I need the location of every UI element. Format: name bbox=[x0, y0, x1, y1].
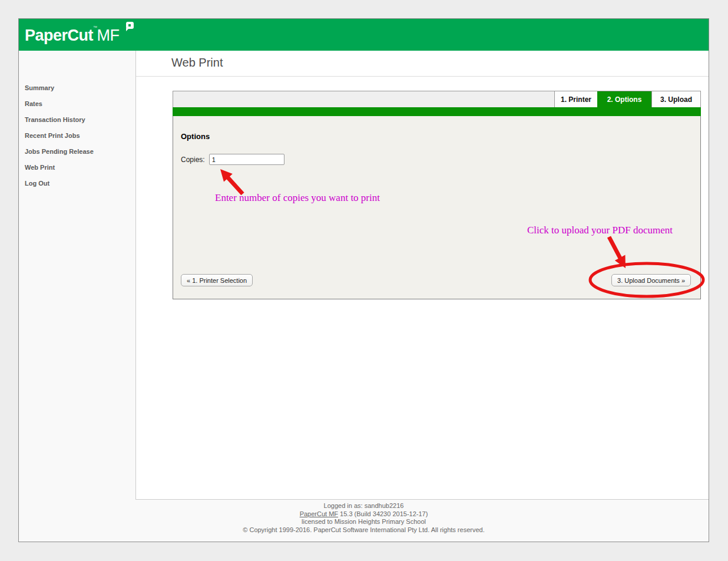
footer-logged-in: Logged in as: sandhub2216 bbox=[19, 502, 709, 510]
footer-license: licensed to Mission Heights Primary Scho… bbox=[19, 518, 709, 526]
annotation-upload-note: Click to upload your PDF document bbox=[527, 225, 673, 236]
tab-upload[interactable]: 3. Upload bbox=[651, 91, 700, 107]
main-content: Web Print 1. Printer 2. Options 3. Uploa… bbox=[135, 51, 709, 500]
speech-bubble-icon bbox=[126, 22, 134, 29]
web-print-wizard: 1. Printer 2. Options 3. Upload Options … bbox=[173, 91, 701, 299]
trademark-mark: ™ bbox=[93, 25, 97, 29]
wizard-accent-bar bbox=[173, 107, 701, 116]
sidebar-item-recent-print-jobs[interactable]: Recent Print Jobs bbox=[19, 128, 135, 144]
copies-input[interactable] bbox=[209, 154, 284, 165]
sidebar-item-summary[interactable]: Summary bbox=[19, 80, 135, 96]
copies-row: Copies: bbox=[181, 154, 284, 165]
page-container: PaperCut™MF Summary Rates Transaction Hi… bbox=[18, 18, 709, 542]
options-panel: Options Copies: Enter number of copies y… bbox=[173, 116, 701, 299]
footer-copyright: © Copyright 1999-2016. PaperCut Software… bbox=[19, 526, 709, 534]
sidebar-item-rates[interactable]: Rates bbox=[19, 96, 135, 112]
options-heading: Options bbox=[181, 132, 210, 141]
papercut-logo: PaperCut™MF bbox=[25, 25, 120, 45]
logo-text-papercut: PaperCut bbox=[25, 27, 93, 44]
page-title: Web Print bbox=[171, 56, 223, 70]
printer-selection-button[interactable]: « 1. Printer Selection bbox=[181, 274, 253, 286]
footer: Logged in as: sandhub2216 PaperCut MF 15… bbox=[19, 500, 709, 542]
annotation-copies-note: Enter number of copies you want to print bbox=[215, 192, 380, 204]
sidebar-item-log-out[interactable]: Log Out bbox=[19, 176, 135, 192]
footer-version-rest: 15.3 (Build 34230 2015-12-17) bbox=[338, 510, 428, 517]
sidebar-item-transaction-history[interactable]: Transaction History bbox=[19, 112, 135, 128]
copies-label: Copies: bbox=[181, 156, 205, 164]
tab-options[interactable]: 2. Options bbox=[597, 91, 651, 107]
wizard-tab-bar: 1. Printer 2. Options 3. Upload bbox=[173, 91, 701, 107]
tab-printer[interactable]: 1. Printer bbox=[554, 91, 597, 107]
sidebar-item-jobs-pending-release[interactable]: Jobs Pending Release bbox=[19, 144, 135, 160]
sidebar-item-web-print[interactable]: Web Print bbox=[19, 160, 135, 176]
papercut-version-link[interactable]: PaperCut MF bbox=[300, 510, 338, 517]
sidebar: Summary Rates Transaction History Recent… bbox=[19, 51, 135, 542]
title-divider bbox=[136, 76, 709, 77]
upload-documents-button[interactable]: 3. Upload Documents » bbox=[611, 274, 691, 286]
logo-text-mf: MF bbox=[97, 27, 120, 44]
footer-version: PaperCut MF 15.3 (Build 34230 2015-12-17… bbox=[19, 510, 709, 519]
app-header: PaperCut™MF bbox=[19, 19, 709, 51]
